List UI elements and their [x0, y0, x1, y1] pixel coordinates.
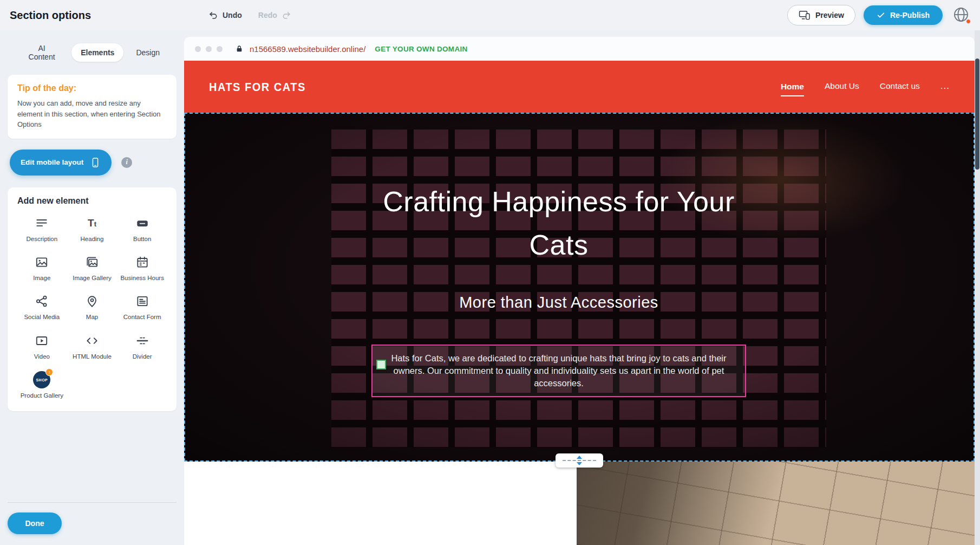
add-divider[interactable]: Divider: [117, 333, 167, 360]
topbar: Section options Undo Redo Preview Re-Pub…: [0, 0, 980, 30]
add-map[interactable]: Map: [68, 294, 117, 321]
element-label: Social Media: [24, 313, 60, 321]
add-social-media[interactable]: Social Media: [17, 294, 67, 321]
edit-mobile-row: Edit mobile layout i: [10, 150, 174, 176]
element-label: HTML Module: [73, 353, 112, 360]
browser-chrome-bar: n1566589.websitebuilder.online/ GET YOUR…: [184, 37, 975, 61]
add-image[interactable]: Image: [17, 255, 67, 282]
button-icon: [135, 216, 149, 231]
next-section: [184, 462, 975, 545]
element-label: Image Gallery: [73, 274, 112, 282]
page-scrollbar: [975, 30, 980, 545]
tab-design[interactable]: Design: [127, 43, 169, 62]
hero-paragraph: Hats for Cats, we are dedicated to craft…: [382, 352, 735, 390]
nav-more[interactable]: ...: [940, 81, 950, 93]
sidebar-divider: [8, 502, 177, 503]
image-icon: [35, 255, 49, 270]
drag-dashed-line: [563, 460, 596, 461]
undo-button[interactable]: Undo: [208, 10, 242, 21]
tip-title: Tip of the day:: [17, 83, 167, 93]
republish-button[interactable]: Re-Publish: [864, 5, 943, 25]
section-height-drag-handle[interactable]: [556, 453, 603, 468]
redo-icon: [281, 10, 291, 21]
arrow-down-icon: [577, 462, 582, 465]
image-gallery-icon: [85, 255, 99, 270]
element-grid: Description Tt Heading Button Image: [17, 216, 167, 400]
hero-section-selected[interactable]: Crafting Happiness for Your Cats More th…: [184, 113, 975, 462]
window-dot: [195, 46, 201, 52]
editor-main: n1566589.websitebuilder.online/ GET YOUR…: [184, 30, 975, 545]
tab-elements[interactable]: Elements: [71, 43, 123, 62]
window-dot: [206, 46, 212, 52]
tip-body: Now you can add, move and resize any ele…: [17, 98, 167, 130]
add-heading[interactable]: Tt Heading: [68, 216, 117, 243]
topbar-actions: Preview Re-Publish: [787, 5, 971, 25]
edit-mobile-layout-button[interactable]: Edit mobile layout: [10, 150, 112, 176]
html-code-icon: [85, 333, 99, 348]
sidebar-tabs: AI Content Elements Design: [8, 39, 177, 66]
add-video[interactable]: Video: [17, 333, 67, 360]
site-url: n1566589.websitebuilder.online/: [250, 44, 365, 54]
element-label: Video: [34, 353, 50, 360]
element-label: Divider: [133, 353, 152, 360]
hero-content: Crafting Happiness for Your Cats More th…: [185, 114, 932, 460]
heading-icon: Tt: [88, 216, 96, 231]
tab-ai-content[interactable]: AI Content: [15, 39, 68, 66]
element-label: Heading: [81, 235, 104, 243]
social-media-icon: [35, 294, 49, 309]
nav-about-us[interactable]: About Us: [825, 81, 859, 92]
paragraph-element-selected[interactable]: Hats for Cats, we are dedicated to craft…: [371, 345, 746, 397]
nav-home[interactable]: Home: [781, 82, 804, 96]
element-label: Description: [27, 235, 58, 243]
element-label: Image: [33, 274, 50, 282]
business-hours-icon: [135, 255, 149, 270]
add-element-title: Add new element: [17, 196, 167, 206]
preview-label: Preview: [815, 11, 844, 20]
site-preview: HATS FOR CATS Home About Us Contact us .…: [184, 61, 975, 545]
product-gallery-icon: SHOP ↑: [33, 372, 50, 387]
history-controls: Undo Redo: [208, 10, 291, 21]
edit-mobile-label: Edit mobile layout: [21, 158, 83, 166]
app-window: Section options Undo Redo Preview Re-Pub…: [0, 0, 980, 545]
shop-upgrade-dot: ↑: [45, 368, 53, 376]
add-element-card: Add new element Description Tt Heading B…: [8, 187, 177, 412]
element-label: Map: [86, 313, 98, 321]
preview-button[interactable]: Preview: [787, 5, 855, 25]
devices-icon: [799, 10, 811, 20]
add-contact-form[interactable]: Contact Form: [117, 294, 167, 321]
add-business-hours[interactable]: Business Hours: [117, 255, 167, 282]
site-logo[interactable]: HATS FOR CATS: [209, 80, 306, 94]
scrollbar-thumb[interactable]: [975, 59, 979, 170]
nav-contact-us[interactable]: Contact us: [880, 81, 920, 92]
add-product-gallery[interactable]: SHOP ↑ Product Gallery: [17, 372, 67, 399]
redo-button[interactable]: Redo: [258, 10, 291, 21]
check-icon: [877, 11, 885, 19]
notification-dot: [966, 19, 971, 24]
map-pin-icon: [85, 294, 99, 309]
info-icon[interactable]: i: [121, 157, 132, 168]
redo-label: Redo: [258, 11, 277, 20]
hero-heading[interactable]: Crafting Happiness for Your Cats: [369, 180, 748, 267]
description-icon: [35, 216, 49, 231]
lock-icon: [235, 44, 244, 53]
divider-icon: [135, 333, 149, 348]
element-resize-handle[interactable]: [376, 360, 386, 369]
next-section-blank[interactable]: [184, 462, 577, 545]
next-section-pavement-image[interactable]: [577, 462, 975, 545]
hero-subheading[interactable]: More than Just Accessories: [185, 294, 932, 312]
site-header[interactable]: HATS FOR CATS Home About Us Contact us .…: [184, 61, 975, 113]
get-domain-link[interactable]: GET YOUR OWN DOMAIN: [375, 45, 467, 53]
language-globe-button[interactable]: [951, 5, 971, 25]
tip-of-the-day-card: Tip of the day: Now you can add, move an…: [8, 75, 177, 139]
add-html-module[interactable]: HTML Module: [68, 333, 117, 360]
add-button[interactable]: Button: [117, 216, 167, 243]
page-title: Section options: [10, 9, 91, 22]
element-label: Button: [133, 235, 151, 243]
done-button[interactable]: Done: [8, 512, 62, 534]
body-row: AI Content Elements Design Tip of the da…: [0, 30, 980, 545]
mobile-phone-icon: [90, 157, 101, 168]
add-image-gallery[interactable]: Image Gallery: [68, 255, 117, 282]
arrow-up-icon: [577, 456, 582, 459]
contact-form-icon: [135, 294, 149, 309]
add-description[interactable]: Description: [17, 216, 67, 243]
